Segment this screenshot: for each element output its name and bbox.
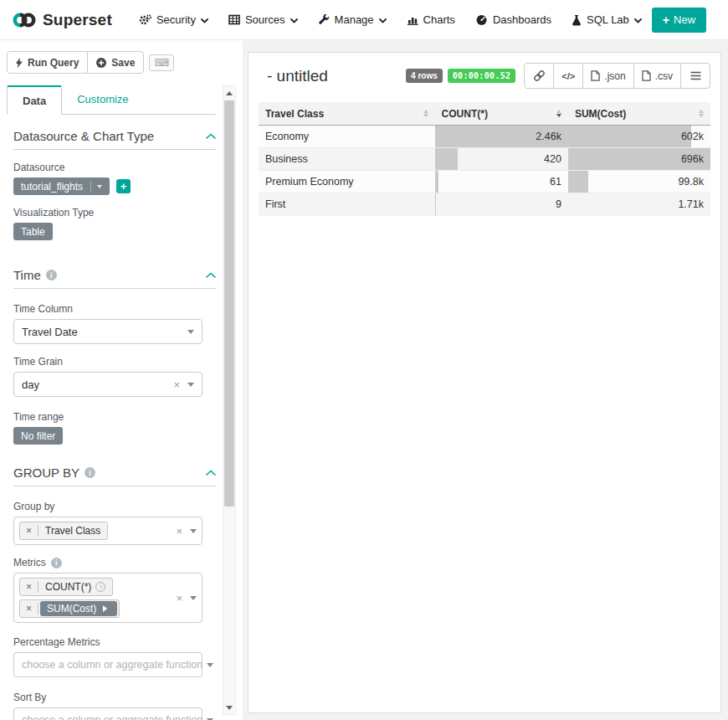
export-json-button[interactable]: .json xyxy=(582,63,633,89)
caret-down-icon xyxy=(187,330,194,337)
cell-count: 9 xyxy=(435,193,568,216)
nav-manage[interactable]: Manage xyxy=(308,0,397,40)
metric-sum-pill[interactable]: SUM(Cost) xyxy=(40,601,117,616)
cell-count: 61 xyxy=(435,171,568,193)
section-time-header[interactable]: Time i xyxy=(13,268,216,282)
chart-menu-button[interactable] xyxy=(680,63,710,89)
caret-down-icon xyxy=(187,383,194,390)
section-groupby-header[interactable]: GROUP BY i xyxy=(13,465,216,480)
tab-customize[interactable]: Customize xyxy=(62,85,143,114)
hamburger-menu-icon xyxy=(690,71,701,80)
view-query-button[interactable]: </> xyxy=(553,63,583,89)
remove-token-icon[interactable] xyxy=(20,525,38,537)
time-column-select[interactable]: Travel Date xyxy=(13,319,203,344)
cell-travel-class: Business xyxy=(259,148,435,171)
wrench-icon xyxy=(318,14,330,26)
percentage-metrics-label: Percentage Metrics xyxy=(13,636,216,648)
table-row[interactable]: First 9 1.71k xyxy=(259,193,710,216)
caret-right-icon xyxy=(103,605,110,612)
time-range-button[interactable]: No filter xyxy=(13,427,63,445)
nav-security[interactable]: Security xyxy=(129,0,218,40)
column-header-travel-class[interactable]: Travel Class xyxy=(259,102,435,126)
divider xyxy=(13,288,216,289)
cell-count: 2.46k xyxy=(435,126,568,148)
column-header-sum-cost[interactable]: SUM(Cost) xyxy=(568,102,710,126)
link-icon xyxy=(533,69,546,82)
keyboard-shortcuts-button[interactable]: ⌨ xyxy=(149,54,173,71)
table-row[interactable]: Premium Economy 61 99.8k xyxy=(259,171,710,193)
remove-token-icon[interactable] xyxy=(20,581,38,593)
nav-dashboards[interactable]: Dashboards xyxy=(465,0,561,40)
nav-sources-label: Sources xyxy=(245,13,285,26)
run-query-button[interactable]: Run Query xyxy=(7,51,88,74)
cell-sum: 696k xyxy=(568,148,710,171)
column-header-count[interactable]: COUNT(*) xyxy=(435,102,568,126)
chevron-down-icon xyxy=(290,18,298,23)
result-table: Travel Class COUNT(*) SUM(Cost) xyxy=(259,102,710,216)
sort-by-label: Sort By xyxy=(13,692,216,703)
nav-sources[interactable]: Sources xyxy=(218,0,308,40)
metric-sum-label: SUM(Cost) xyxy=(47,603,96,615)
nav-charts-label: Charts xyxy=(423,13,455,26)
time-grain-value: day xyxy=(22,378,170,391)
add-datasource-button[interactable]: + xyxy=(116,179,131,193)
panel-scrollbar[interactable] xyxy=(223,85,236,715)
time-grain-select[interactable]: day xyxy=(13,372,203,397)
dashboard-gauge-icon xyxy=(475,14,488,26)
viz-type-value: Table xyxy=(21,226,45,238)
metrics-select[interactable]: COUNT(*) ? SUM(Cost) xyxy=(13,573,203,623)
table-row[interactable]: Economy 2.46k 602k xyxy=(259,126,710,148)
tab-data[interactable]: Data xyxy=(7,85,62,115)
scroll-down-arrow[interactable] xyxy=(223,702,235,714)
viz-type-button[interactable]: Table xyxy=(13,223,53,240)
section-datasource-header[interactable]: Datasource & Chart Type xyxy=(13,129,216,143)
cell-travel-class: Premium Economy xyxy=(259,171,435,193)
cell-sum: 602k xyxy=(568,126,710,148)
remove-token-icon[interactable] xyxy=(20,603,38,615)
percentage-metrics-select[interactable]: choose a column or aggregate function xyxy=(13,652,203,677)
sort-icon xyxy=(423,107,428,120)
scroll-up-arrow[interactable] xyxy=(223,86,235,99)
divider xyxy=(90,181,91,192)
sort-by-select[interactable]: choose a column or aggregate function xyxy=(13,707,203,720)
time-column-value: Travel Date xyxy=(22,326,183,338)
question-circle-icon: ? xyxy=(95,582,105,592)
section-time-title: Time xyxy=(13,268,41,282)
section-datasource-title: Datasource & Chart Type xyxy=(13,129,154,143)
chevron-up-icon xyxy=(206,133,216,139)
superset-logo[interactable]: Superset xyxy=(12,11,112,29)
clear-icon[interactable] xyxy=(172,592,186,604)
scrollbar-thumb[interactable] xyxy=(224,100,234,507)
clear-icon[interactable] xyxy=(170,378,183,391)
new-button-label: New xyxy=(674,13,695,26)
chart-container: - untitled 4 rows 00:00:00.52 xyxy=(248,52,721,713)
file-json-icon xyxy=(591,70,600,81)
flask-icon xyxy=(572,14,582,26)
time-column-label: Time Column xyxy=(13,303,216,315)
code-icon: </> xyxy=(561,71,575,81)
nav-dashboards-label: Dashboards xyxy=(493,13,551,26)
cell-travel-class: Economy xyxy=(259,126,435,148)
gears-icon xyxy=(139,14,151,26)
export-csv-button[interactable]: .csv xyxy=(633,63,681,89)
nav-sql-lab[interactable]: SQL Lab xyxy=(561,0,652,40)
run-query-label: Run Query xyxy=(28,57,79,69)
new-button[interactable]: + New xyxy=(652,8,706,33)
short-link-button[interactable] xyxy=(524,63,554,89)
row-count-badge: 4 rows xyxy=(406,69,443,83)
info-icon: i xyxy=(51,558,62,568)
metric-token-sum: SUM(Cost) xyxy=(19,599,120,618)
chevron-up-icon xyxy=(206,470,216,476)
save-button[interactable]: Save xyxy=(87,51,144,74)
csv-button-label: .csv xyxy=(655,70,673,82)
nav-charts[interactable]: Charts xyxy=(397,0,465,40)
cell-count: 420 xyxy=(435,148,568,171)
file-csv-icon xyxy=(642,70,651,81)
chart-title[interactable]: - untitled xyxy=(259,67,328,85)
datasource-button[interactable]: tutorial_flights xyxy=(13,177,110,195)
chart-header: - untitled 4 rows 00:00:00.52 xyxy=(259,63,710,89)
group-by-select[interactable]: Travel Class xyxy=(13,517,203,545)
table-row[interactable]: Business 420 696k xyxy=(259,148,710,171)
clear-icon[interactable] xyxy=(172,525,186,537)
percentage-metrics-placeholder: choose a column or aggregate function xyxy=(22,659,203,671)
